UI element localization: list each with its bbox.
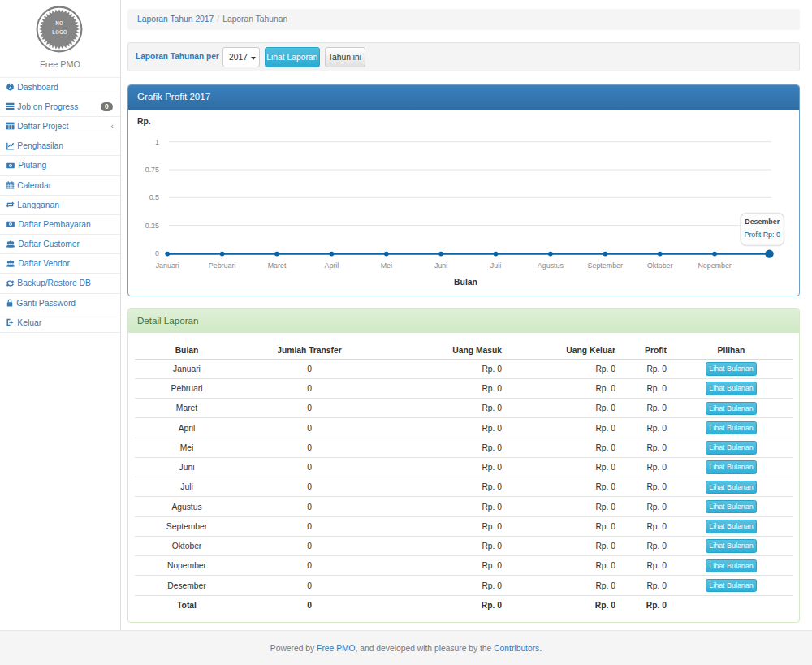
svg-text:0.5: 0.5 bbox=[149, 193, 159, 201]
svg-text:September: September bbox=[588, 261, 623, 270]
svg-text:LOGO: LOGO bbox=[52, 29, 67, 36]
svg-text:Oktober: Oktober bbox=[647, 261, 673, 270]
svg-text:Januari: Januari bbox=[156, 261, 179, 270]
svg-text:Juni: Juni bbox=[434, 261, 447, 270]
svg-text:Pebruari: Pebruari bbox=[209, 261, 236, 270]
svg-text:0.75: 0.75 bbox=[145, 166, 159, 174]
svg-text:Bulan: Bulan bbox=[454, 278, 477, 287]
svg-text:Juli: Juli bbox=[490, 261, 501, 270]
svg-text:0.25: 0.25 bbox=[145, 222, 159, 230]
svg-text:Maret: Maret bbox=[268, 261, 287, 270]
svg-text:Profit Rp: 0: Profit Rp: 0 bbox=[744, 231, 780, 239]
svg-text:Agustus: Agustus bbox=[538, 261, 564, 270]
svg-text:0: 0 bbox=[155, 249, 159, 257]
svg-text:April: April bbox=[325, 261, 339, 270]
svg-text:1: 1 bbox=[155, 138, 159, 146]
svg-text:Desember: Desember bbox=[745, 218, 780, 226]
svg-text:Mei: Mei bbox=[381, 261, 392, 270]
svg-text:NO: NO bbox=[55, 20, 63, 27]
svg-text:Rp.: Rp. bbox=[137, 117, 151, 126]
svg-text:Nopember: Nopember bbox=[698, 261, 731, 270]
